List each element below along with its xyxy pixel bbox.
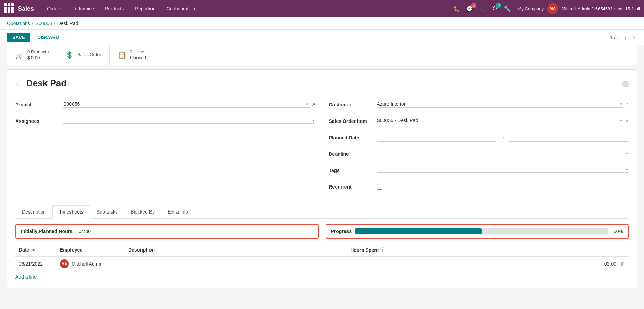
project-dropdown-icon[interactable]: ▼ [306, 102, 310, 106]
customer-row: Customer Azure Interior ▼ ↗ [329, 99, 629, 111]
deadline-value: ▼ [377, 152, 629, 156]
top-navigation: Sales Orders To Invoice Products Reporti… [0, 0, 644, 17]
stat-hours-value: Planned [130, 55, 146, 61]
sales-order-item-row: Sales Order Item S00056 - Desk Pad ▼ ↗ [329, 115, 629, 127]
recurrent-label: Recurrent [329, 184, 377, 190]
tab-extra-info[interactable]: Extra Info [161, 205, 195, 219]
recurrent-row: Recurrent [329, 181, 629, 193]
nav-reporting[interactable]: Reporting [130, 3, 160, 14]
favorite-icon[interactable]: ☆ [15, 80, 22, 89]
pagination-count: 1 / 1 [610, 35, 619, 40]
avatar[interactable]: MA [547, 3, 558, 14]
app-brand[interactable]: Sales [18, 5, 34, 12]
save-button[interactable]: SAVE [7, 33, 30, 42]
row-description[interactable] [125, 256, 347, 271]
breadcrumb-order-id[interactable]: S00056 [36, 21, 52, 26]
nav-right-controls: 🐛 💬 5 📞 ⏱ 34 🔧 My Company MA Mitchell Ad… [452, 3, 640, 14]
assignees-dropdown-icon[interactable]: ▼ [312, 119, 315, 123]
stat-salesorder-label: Sales Order [77, 52, 101, 58]
timer-icon[interactable]: ⏱ 34 [491, 4, 499, 13]
form-left-col: Project S00056 ▼ ↗ Assignees ▼ [15, 99, 315, 197]
phone-icon[interactable]: 📞 [478, 4, 487, 13]
nav-orders[interactable]: Orders [42, 3, 66, 14]
planned-date-start-input[interactable] [377, 133, 496, 142]
customer-label: Customer [329, 102, 377, 107]
action-bar: SAVE DISCARD 1 / 1 ‹ › [0, 30, 644, 45]
prev-record-button[interactable]: ‹ [622, 33, 628, 42]
tab-description[interactable]: Description [15, 205, 52, 219]
sales-order-item-value: S00056 - Desk Pad ▼ ↗ [377, 118, 629, 124]
tab-timesheets[interactable]: Timesheets [52, 205, 90, 219]
date-range-arrow: → [500, 135, 505, 140]
apps-menu-icon[interactable] [4, 3, 14, 14]
breadcrumb-quotations[interactable]: Quotations [7, 21, 30, 26]
planned-date-end-input[interactable] [509, 133, 629, 142]
deadline-label: Deadline [329, 151, 377, 157]
project-row: Project S00056 ▼ ↗ [15, 99, 315, 111]
debug-icon[interactable]: 🐛 [452, 4, 461, 13]
timesheet-table-head: Date ▼ Employee Description Hours Spent … [15, 244, 629, 256]
nav-products[interactable]: Products [100, 3, 129, 14]
user-name: Mitchell Admin (16654581-saas-15-1-all [562, 6, 640, 11]
customer-dropdown-icon[interactable]: ▼ [619, 102, 623, 106]
table-row: 06/21/2022 MA Mitchell Admin 02:00 🗑 [15, 256, 629, 271]
tags-label: Tags [329, 168, 377, 173]
timer-badge: 34 [496, 3, 501, 8]
messages-icon[interactable]: 💬 5 [465, 4, 474, 13]
nav-configuration[interactable]: Configuration [162, 3, 200, 14]
settings-icon[interactable]: 🔧 [502, 4, 512, 13]
deadline-dropdown-icon[interactable]: ▼ [625, 152, 629, 155]
company-name[interactable]: My Company [517, 6, 544, 11]
customer-external-link-icon[interactable]: ↗ [625, 102, 629, 107]
project-external-link-icon[interactable]: ↗ [312, 102, 315, 107]
planned-hours-box: Initially Planned Hours 04:00 [15, 224, 319, 239]
messages-badge: 5 [471, 3, 476, 8]
employee-avatar: MA [60, 259, 69, 268]
tab-blocked-by[interactable]: Blocked By [124, 205, 161, 219]
sales-order-item-external-link-icon[interactable]: ↗ [625, 118, 629, 124]
stat-products-value: $ 0.00 [27, 55, 49, 61]
col-header-description: Description [125, 244, 347, 256]
customer-text: Azure Interior [377, 101, 618, 107]
breadcrumb-current: Desk Pad [57, 21, 78, 26]
nav-to-invoice[interactable]: To Invoice [68, 3, 99, 14]
task-title[interactable]: Desk Pad [26, 78, 618, 90]
tags-row: Tags ▼ [329, 164, 629, 177]
next-record-button[interactable]: › [631, 33, 637, 42]
row-hours: 02:00 🗑 [347, 256, 629, 271]
discard-button[interactable]: DISCARD [35, 33, 62, 42]
status-circle[interactable] [622, 81, 629, 87]
pagination: 1 / 1 ‹ › [610, 33, 637, 42]
stat-hours[interactable]: 📋 0 Hours Planned [110, 45, 155, 65]
col-header-hours: Hours Spent ⋮ [347, 244, 629, 256]
progress-box: Progress 50% [326, 224, 629, 239]
tab-subtasks[interactable]: Sub-tasks [90, 205, 124, 219]
form-right-col: Customer Azure Interior ▼ ↗ Sales Order … [329, 99, 629, 197]
breadcrumb: Quotations / S00056 / Desk Pad [0, 17, 644, 30]
planned-hours-value[interactable]: 04:00 [79, 229, 91, 234]
add-line-button[interactable]: Add a line [15, 274, 37, 280]
planned-date-row: Planned Date → [329, 131, 629, 144]
sales-order-item-dropdown-icon[interactable]: ▼ [619, 119, 623, 123]
tags-dropdown-icon[interactable]: ▼ [625, 168, 629, 172]
sort-date-icon[interactable]: ▼ [32, 248, 35, 252]
stat-products[interactable]: 🛒 0 Products $ 0.00 [7, 45, 57, 65]
recurrent-value [377, 184, 629, 190]
col-header-date[interactable]: Date ▼ [15, 244, 56, 256]
delete-row-icon[interactable]: 🗑 [620, 261, 625, 267]
recurrent-checkbox[interactable] [377, 184, 382, 190]
dollar-icon: 💲 [65, 51, 74, 59]
stat-sales-order[interactable]: 💲 Sales Order [57, 45, 109, 65]
table-options-icon[interactable]: ⋮ [380, 247, 385, 253]
form-card: ☆ Desk Pad Project S00056 ▼ ↗ [7, 69, 637, 288]
project-value: S00056 ▼ ↗ [63, 101, 315, 108]
project-text: S00056 [63, 101, 305, 107]
stat-hours-label: 0 Hours [130, 49, 146, 55]
progress-percentage: 50% [614, 229, 623, 234]
tabs-bar: Description Timesheets Sub-tasks Blocked… [15, 205, 629, 219]
progress-bar-fill [355, 228, 482, 234]
clock-icon: 📋 [118, 51, 127, 59]
planned-date-label: Planned Date [329, 135, 377, 140]
breadcrumb-sep-2: / [54, 21, 55, 26]
customer-value: Azure Interior ▼ ↗ [377, 101, 629, 108]
